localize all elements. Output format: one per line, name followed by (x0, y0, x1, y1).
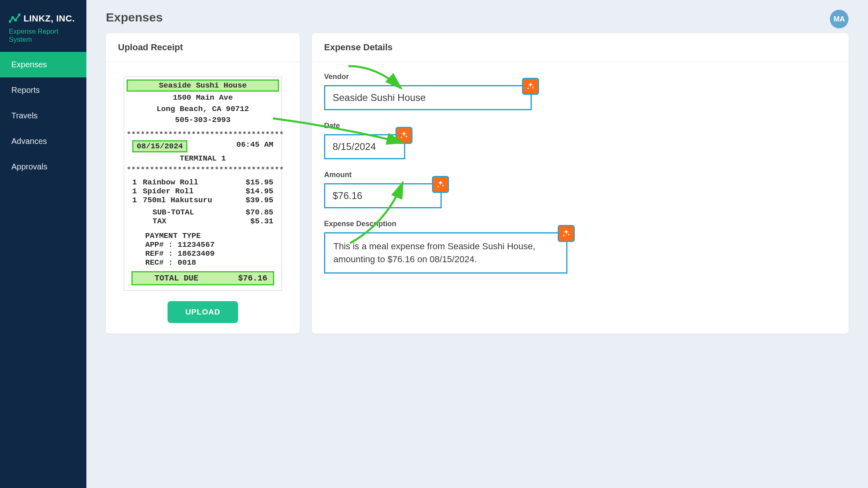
sidebar-item-reports[interactable]: Reports (0, 77, 86, 103)
sparkle-icon[interactable] (432, 176, 449, 193)
svg-point-2 (15, 19, 16, 21)
receipt-address2: Long Beach, CA 90712 (127, 104, 279, 115)
sidebar-item-travels[interactable]: Travels (0, 103, 86, 128)
brand-logo-icon (9, 13, 20, 24)
receipt-vendor-highlight: Seaside Sushi House (127, 79, 279, 92)
main: MA Expenses Upload Receipt Seaside Sushi… (86, 0, 868, 488)
receipt-line-item: 1Rainbow Roll$15.95 (127, 178, 279, 187)
receipt-address1: 1500 Main Ave (127, 92, 279, 104)
upload-button[interactable]: UPLOAD (168, 301, 238, 323)
receipt-ref: 18623409 (178, 249, 215, 258)
nav: ExpensesReportsTravelsAdvancesApprovals (0, 52, 86, 180)
avatar[interactable]: MA (830, 10, 849, 28)
svg-point-0 (9, 21, 11, 22)
sidebar-item-expenses[interactable]: Expenses (0, 52, 86, 77)
receipt-preview: Seaside Sushi House 1500 Main Ave Long B… (124, 77, 282, 291)
sidebar: LINKZ, INC. Expense Report System Expens… (0, 0, 86, 488)
sidebar-item-advances[interactable]: Advances (0, 128, 86, 154)
description-label: Expense Description (324, 220, 836, 228)
tax-value: $5.31 (229, 217, 273, 226)
tax-label: TAX (132, 217, 229, 226)
amount-label: Amount (324, 171, 836, 179)
sparkle-icon[interactable] (522, 78, 539, 95)
sparkle-icon[interactable] (395, 127, 413, 144)
receipt-app: 11234567 (178, 240, 215, 249)
payment-header: PAYMENT TYPE (145, 231, 260, 240)
receipt-line-item: 1750ml Hakutsuru$39.95 (127, 196, 279, 205)
svg-point-1 (12, 17, 13, 19)
receipt-time: 06:45 AM (236, 140, 273, 153)
amount-input[interactable]: $76.16 (324, 183, 442, 208)
receipt-date-highlight: 08/15/2024 (132, 140, 187, 152)
sidebar-item-approvals[interactable]: Approvals (0, 154, 86, 180)
page-title: Expenses (106, 11, 849, 24)
receipt-phone: 505-303-2993 (127, 115, 279, 126)
receipt-line-item: 1Spider Roll$14.95 (127, 187, 279, 196)
receipt-total-due-highlight: TOTAL DUE $76.16 (131, 271, 274, 285)
date-input[interactable]: 8/15/2024 (324, 134, 405, 159)
svg-point-3 (19, 14, 20, 16)
brand-name: LINKZ, INC. (24, 13, 75, 24)
vendor-label: Vendor (324, 73, 836, 81)
brand-subtitle: Expense Report System (9, 28, 77, 44)
receipt-rec: 0018 (178, 258, 196, 267)
subtotal-label: SUB-TOTAL (132, 208, 229, 217)
expense-details-title: Expense Details (312, 33, 849, 62)
brand-block: LINKZ, INC. Expense Report System (0, 0, 86, 52)
sparkle-icon[interactable] (558, 225, 575, 242)
receipt-divider: ********************************** (127, 129, 279, 141)
upload-receipt-card: Upload Receipt Seaside Sushi House 1500 … (106, 33, 300, 334)
subtotal-value: $70.85 (229, 208, 273, 217)
description-input[interactable]: This is a meal expense from Seaside Sush… (324, 232, 567, 274)
vendor-input[interactable]: Seaside Sushi House (324, 85, 532, 110)
upload-receipt-title: Upload Receipt (106, 33, 300, 62)
receipt-terminal: TERMINAL 1 (127, 153, 279, 165)
expense-details-card: Expense Details Vendor Seaside Sushi Hou… (312, 33, 849, 334)
